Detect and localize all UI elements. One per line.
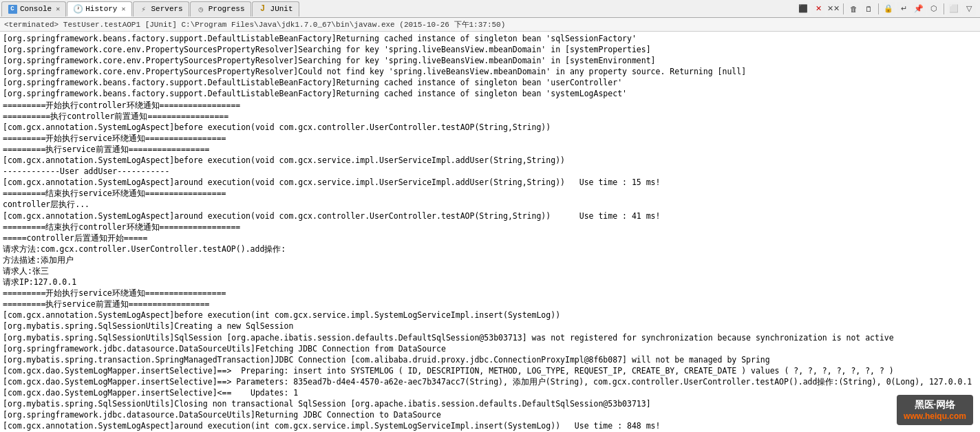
history-icon: 🕐 <box>73 4 83 14</box>
tab-junit[interactable]: J JUnit <box>252 1 299 17</box>
toolbar-right: ⬛ ✕ ✕✕ 🗑 🗒 🔒 ↵ 📌 ⬡ ⬜ ▽ <box>796 2 979 16</box>
pin-button[interactable]: 📌 <box>912 2 926 16</box>
scroll-lock-button[interactable]: 🔒 <box>882 2 895 16</box>
console-icon: C <box>8 4 17 14</box>
separator-2 <box>878 3 879 14</box>
junit-icon: J <box>258 4 268 14</box>
tab-console[interactable]: C Console ✕ <box>1 1 66 17</box>
remove-launch-button[interactable]: 🗑 <box>846 2 860 16</box>
progress-icon: ◷ <box>196 4 206 14</box>
tab-history[interactable]: 🕐 History ✕ <box>67 1 131 17</box>
tab-console-label: Console <box>20 5 52 13</box>
tab-console-close[interactable]: ✕ <box>56 5 60 13</box>
tab-history-label: History <box>85 5 117 13</box>
watermark-line2: www.heiqu.com <box>904 411 966 421</box>
clear-console-button[interactable]: 🗒 <box>862 2 875 16</box>
tab-bar: C Console ✕ 🕐 History ✕ ⚡ Servers ◷ Prog… <box>0 0 980 18</box>
tab-history-close[interactable]: ✕ <box>121 5 125 13</box>
status-text: <terminated> TestUser.testAOP1 [JUnit] C… <box>4 19 505 30</box>
tab-servers[interactable]: ⚡ Servers <box>133 1 189 17</box>
tab-junit-label: JUnit <box>270 5 293 13</box>
collapse-button[interactable]: ▽ <box>962 2 976 16</box>
word-wrap-button[interactable]: ↵ <box>897 2 910 16</box>
console-pre: [org.springframework.beans.factory.suppo… <box>3 33 977 432</box>
status-bar: <terminated> TestUser.testAOP1 [JUnit] C… <box>0 18 980 32</box>
watermark-line1: 黑医·网络 <box>904 399 966 411</box>
tab-progress[interactable]: ◷ Progress <box>190 1 251 17</box>
watermark-box: 黑医·网络 www.heiqu.com <box>897 395 973 425</box>
maximize-button[interactable]: ⬜ <box>947 2 961 16</box>
separator-1 <box>843 3 844 14</box>
stop-button[interactable]: ⬛ <box>796 2 810 16</box>
tab-progress-label: Progress <box>209 5 245 13</box>
tab-servers-label: Servers <box>151 5 183 13</box>
separator-3 <box>944 3 944 14</box>
terminate-button[interactable]: ✕ <box>811 2 825 16</box>
watermark: 黑医·网络 www.heiqu.com <box>897 395 973 425</box>
console-output[interactable]: [org.springframework.beans.factory.suppo… <box>0 32 980 432</box>
servers-icon: ⚡ <box>139 4 149 14</box>
terminate-all-button[interactable]: ✕✕ <box>827 2 840 16</box>
open-console-button[interactable]: ⬡ <box>927 2 941 16</box>
